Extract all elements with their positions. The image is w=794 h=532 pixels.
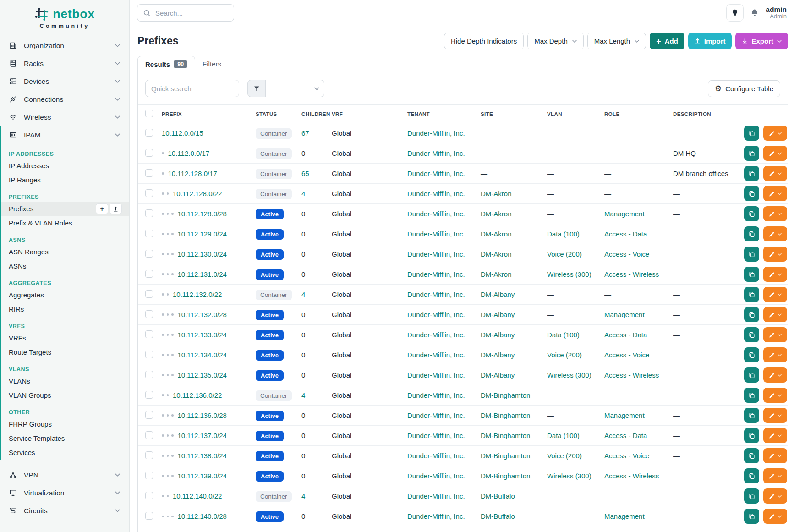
column-header-description[interactable]: DESCRIPTION (673, 105, 744, 123)
edit-button[interactable] (763, 247, 787, 262)
edit-button[interactable] (763, 307, 787, 322)
sidebar-item-organization[interactable]: Organization (0, 37, 129, 55)
tab-filters[interactable]: Filters (195, 56, 229, 72)
row-checkbox[interactable] (145, 189, 153, 197)
copy-button[interactable] (744, 186, 759, 201)
add-button[interactable]: + Add (650, 33, 684, 49)
sidebar-item-circuits[interactable]: Circuits (0, 502, 129, 520)
sidebar-item-ip-addresses[interactable]: IP Addresses (1, 159, 129, 173)
filter-button[interactable] (247, 80, 266, 97)
row-checkbox[interactable] (145, 371, 153, 378)
row-checkbox[interactable] (145, 391, 153, 399)
copy-button[interactable] (744, 146, 759, 161)
row-checkbox[interactable] (145, 290, 153, 298)
prefix-link[interactable]: 10.112.133.0/24 (178, 331, 227, 339)
copy-button[interactable] (744, 206, 759, 221)
row-checkbox[interactable] (145, 512, 153, 520)
edit-button[interactable] (763, 488, 787, 504)
sidebar-item-prefix-vlan-roles[interactable]: Prefix & VLAN Roles (1, 216, 129, 230)
sidebar-item-connections[interactable]: Connections (0, 90, 129, 108)
sidebar-item-devices[interactable]: Devices (0, 72, 129, 90)
sidebar-item-route-targets[interactable]: Route Targets (1, 345, 129, 359)
copy-button[interactable] (744, 347, 759, 362)
quick-add-button[interactable]: + (96, 203, 108, 214)
sidebar-item-racks[interactable]: Racks (0, 55, 129, 72)
user-menu[interactable]: admin Admin (766, 5, 787, 21)
global-search-input[interactable]: Search... (137, 4, 234, 22)
sidebar-item-service-templates[interactable]: Service Templates (1, 431, 129, 445)
column-header-site[interactable]: SITE (481, 105, 547, 123)
copy-button[interactable] (744, 327, 759, 342)
sidebar-item-vlan-groups[interactable]: VLAN Groups (1, 388, 129, 402)
max-length-dropdown[interactable]: Max Length (587, 33, 646, 49)
column-header-prefix[interactable]: PREFIX (162, 105, 256, 123)
copy-button[interactable] (744, 247, 759, 262)
edit-button[interactable] (763, 428, 787, 443)
import-button[interactable]: Import (688, 33, 732, 49)
sidebar-item-vlans[interactable]: VLANs (1, 374, 129, 388)
theme-toggle-button[interactable] (726, 4, 744, 22)
row-checkbox[interactable] (145, 209, 153, 217)
quick-search-input[interactable] (145, 80, 239, 97)
brand-logo[interactable]: netbox Community (0, 0, 129, 33)
sidebar-item-vpn[interactable]: VPN (0, 466, 129, 484)
row-checkbox[interactable] (145, 351, 153, 358)
copy-button[interactable] (744, 468, 759, 483)
row-checkbox[interactable] (145, 492, 153, 499)
prefix-link[interactable]: 10.112.128.0/28 (178, 210, 227, 218)
column-header-children[interactable]: CHILDREN (301, 105, 332, 123)
notifications-button[interactable] (750, 8, 759, 17)
copy-button[interactable] (744, 509, 759, 524)
edit-button[interactable] (763, 367, 787, 383)
prefix-link[interactable]: 10.112.0.0/15 (162, 129, 203, 137)
saved-filter-select[interactable] (266, 80, 324, 97)
prefix-link[interactable]: 10.112.128.0/22 (173, 190, 222, 197)
sidebar-item-asns[interactable]: ASNs (1, 259, 129, 273)
copy-button[interactable] (744, 448, 759, 463)
row-checkbox[interactable] (145, 230, 153, 237)
row-checkbox[interactable] (145, 451, 153, 459)
column-header-tenant[interactable]: TENANT (407, 105, 481, 123)
edit-button[interactable] (763, 408, 787, 423)
prefix-link[interactable]: 10.112.140.0/28 (178, 512, 227, 520)
prefix-link[interactable]: 10.112.138.0/24 (178, 452, 227, 460)
edit-button[interactable] (763, 388, 787, 403)
edit-button[interactable] (763, 347, 787, 362)
sidebar-item-fhrp-groups[interactable]: FHRP Groups (1, 417, 129, 431)
sidebar-item-asn-ranges[interactable]: ASN Ranges (1, 245, 129, 259)
prefix-link[interactable]: 10.112.129.0/24 (178, 230, 227, 238)
row-checkbox[interactable] (145, 411, 153, 419)
sidebar-item-ip-ranges[interactable]: IP Ranges (1, 173, 129, 187)
row-checkbox[interactable] (145, 431, 153, 439)
row-checkbox[interactable] (145, 330, 153, 338)
copy-button[interactable] (744, 408, 759, 423)
edit-button[interactable] (763, 146, 787, 161)
sidebar-item-virtualization[interactable]: Virtualization (0, 484, 129, 502)
sidebar-item-services[interactable]: Services (1, 445, 129, 460)
copy-button[interactable] (744, 226, 759, 241)
row-checkbox[interactable] (145, 129, 153, 137)
quick-import-button[interactable] (110, 203, 122, 214)
column-header-role[interactable]: ROLE (604, 105, 673, 123)
edit-button[interactable] (763, 287, 787, 302)
row-checkbox[interactable] (145, 310, 153, 318)
copy-button[interactable] (744, 388, 759, 403)
sidebar-item-prefixes[interactable]: Prefixes + (1, 202, 129, 216)
row-checkbox[interactable] (145, 149, 153, 157)
prefix-link[interactable]: 10.112.130.0/24 (178, 250, 227, 258)
edit-button[interactable] (763, 186, 787, 201)
prefix-link[interactable]: 10.112.139.0/24 (178, 472, 227, 480)
sidebar-item-ipam[interactable]: IPAM (1, 126, 129, 144)
prefix-link[interactable]: 10.112.137.0/24 (178, 432, 227, 439)
edit-button[interactable] (763, 206, 787, 221)
copy-button[interactable] (744, 267, 759, 282)
max-depth-dropdown[interactable]: Max Depth (527, 33, 584, 49)
prefix-link[interactable]: 10.112.134.0/24 (178, 351, 227, 359)
prefix-link[interactable]: 10.112.132.0/28 (178, 311, 227, 318)
prefix-link[interactable]: 10.112.131.0/24 (178, 270, 227, 278)
row-checkbox[interactable] (145, 270, 153, 278)
edit-button[interactable] (763, 267, 787, 282)
sidebar-item-aggregates[interactable]: Aggregates (1, 288, 129, 302)
hide-depth-indicators-button[interactable]: Hide Depth Indicators (444, 33, 524, 49)
copy-button[interactable] (744, 428, 759, 443)
